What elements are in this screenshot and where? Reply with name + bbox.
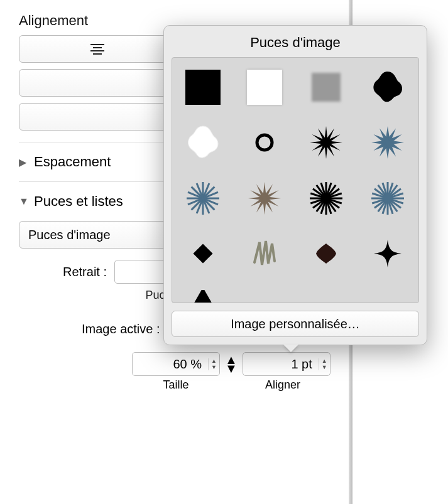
bullet-circle-outline[interactable] xyxy=(245,123,284,162)
bullet-blue-starburst-solid[interactable] xyxy=(368,123,407,162)
bullet-black-diamond[interactable] xyxy=(183,234,222,273)
svg-rect-58 xyxy=(193,244,212,264)
bullet-black-sparkle[interactable] xyxy=(368,234,407,273)
taille-label: Taille xyxy=(132,378,220,392)
image-active-label: Image active : xyxy=(82,322,160,336)
svg-point-36 xyxy=(321,193,331,203)
custom-image-button[interactable]: Image personnalisée… xyxy=(172,311,419,337)
stepper-icon[interactable]: ▲▼ xyxy=(208,358,217,370)
bullet-icon-grid xyxy=(172,57,419,303)
aligner-label: Aligner xyxy=(239,378,327,392)
bullet-black-sunburst[interactable] xyxy=(307,179,346,218)
stepper-icon[interactable]: ▲▼ xyxy=(319,358,327,370)
aligner-value: 1 pt xyxy=(249,357,316,372)
bullet-black-square[interactable] xyxy=(183,68,222,107)
bullet-type-dropdown[interactable]: Puces d'image xyxy=(19,221,170,249)
align-left-button[interactable] xyxy=(19,35,177,63)
bullet-black-triangle[interactable] xyxy=(183,290,222,303)
bullet-white-quatrefoil[interactable] xyxy=(183,123,222,162)
bullet-gray-scribble[interactable] xyxy=(245,234,284,273)
bullet-black-quatrefoil[interactable] xyxy=(368,68,407,107)
bullet-blue-sunburst[interactable] xyxy=(368,179,407,218)
triangle-down-icon: ▼ xyxy=(19,196,28,207)
bullet-type-value: Puces d'image xyxy=(28,228,111,242)
svg-point-57 xyxy=(383,193,393,203)
bullet-white-square[interactable] xyxy=(245,68,284,107)
vertical-adjust-icon[interactable]: ▲▼ xyxy=(225,355,238,373)
bullet-blue-starburst-thin[interactable] xyxy=(183,179,222,218)
bullet-gray-square[interactable] xyxy=(307,68,346,107)
svg-marker-59 xyxy=(193,290,213,303)
aligner-input[interactable]: 1 pt ▲▼ xyxy=(243,352,331,376)
taille-value: 60 % xyxy=(139,357,205,372)
bullet-brown-diamond[interactable] xyxy=(307,234,346,273)
retrait-label: Retrait : xyxy=(19,265,107,279)
bullet-black-starburst[interactable] xyxy=(307,123,346,162)
espacement-label: Espacement xyxy=(34,154,111,170)
popup-title: Puces d'image xyxy=(172,35,419,51)
taille-input[interactable]: 60 % ▲▼ xyxy=(132,352,220,376)
puces-label: Puces et listes xyxy=(34,193,123,210)
popup-pointer-icon xyxy=(283,345,298,352)
image-bullets-popup: Puces d'image Image personnalisée… xyxy=(163,25,427,345)
svg-point-7 xyxy=(257,135,272,150)
bullet-brown-starburst[interactable] xyxy=(245,179,284,218)
triangle-right-icon: ▶ xyxy=(19,156,28,168)
